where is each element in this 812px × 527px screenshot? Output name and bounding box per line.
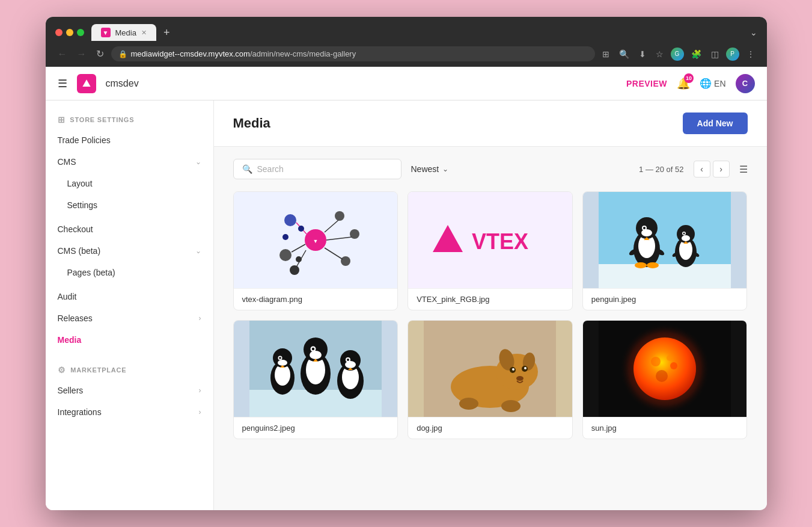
forward-button[interactable]: → (75, 46, 89, 62)
sidebar-item-checkout[interactable]: Checkout (46, 218, 213, 240)
tab-favicon-icon: ▼ (101, 28, 111, 37)
sidebar-item-trade-policies[interactable]: Trade Policies (46, 129, 213, 151)
reload-button[interactable]: ↻ (94, 46, 106, 62)
search-box[interactable]: 🔍 Search (233, 159, 401, 179)
svg-point-56 (312, 348, 314, 350)
browser-menu-icon[interactable]: ⋮ (744, 47, 757, 61)
brand-logo (77, 74, 96, 93)
address-domain: mediawidget--cmsdev.myvtex.com (131, 49, 250, 58)
media-card-sun[interactable]: sun.jpg (582, 320, 748, 439)
vtex-logo-icon (81, 78, 93, 90)
svg-point-25 (641, 229, 652, 236)
sidebar-item-media[interactable]: Media (46, 329, 213, 351)
media-thumb-penguins2 (234, 321, 398, 417)
search-placeholder: Search (257, 164, 284, 174)
address-bar[interactable]: 🔒 mediawidget--cmsdev.myvtex.com/admin/n… (111, 46, 595, 61)
active-tab[interactable]: ▼ Media ✕ (91, 24, 156, 41)
dog-svg (424, 321, 556, 417)
cms-beta-group: CMS (beta) ⌄ Pages (beta) (46, 240, 213, 283)
media-label-vtex-diagram: vtex-diagram.png (234, 288, 398, 310)
minimize-window-button[interactable] (66, 29, 73, 36)
svg-line-10 (325, 220, 338, 232)
extensions-icon[interactable]: 🧩 (689, 47, 704, 61)
svg-point-49 (279, 357, 281, 359)
svg-line-12 (292, 244, 305, 252)
sort-selector[interactable]: Newest ⌄ (411, 164, 449, 174)
user-avatar[interactable]: C (736, 74, 755, 93)
marketplace-label: MARKETPLACE (70, 366, 126, 374)
browser-tabs: ▼ Media ✕ + ⌄ (91, 24, 757, 41)
view-toggle-button[interactable]: ☰ (739, 164, 748, 175)
search-icon: 🔍 (242, 164, 252, 174)
media-card-dog[interactable]: dog.jpg (408, 320, 573, 439)
preview-button[interactable]: PREVIEW (626, 79, 667, 88)
penguin-svg (599, 192, 731, 288)
svg-point-3 (284, 214, 296, 226)
svg-point-80 (651, 357, 661, 366)
sidebar-item-cms-beta[interactable]: CMS (beta) ⌄ (46, 240, 213, 262)
cms-beta-chevron-icon: ⌄ (195, 247, 201, 255)
close-window-button[interactable] (55, 29, 63, 36)
svg-point-7 (290, 265, 299, 275)
svg-point-82 (656, 370, 668, 382)
sidebar-item-audit[interactable]: Audit (46, 286, 213, 307)
prev-page-button[interactable]: ‹ (694, 161, 710, 177)
svg-rect-21 (599, 264, 731, 288)
svg-point-6 (279, 249, 292, 261)
media-card-vtex-pink[interactable]: VTEX VTEX_pink_RGB.jpg (408, 191, 573, 310)
notification-button[interactable]: 🔔 10 (677, 77, 690, 90)
svg-point-8 (341, 256, 350, 266)
sidebar-item-integrations[interactable]: Integrations › (46, 401, 213, 423)
sidebar-item-cms[interactable]: CMS ⌄ (46, 151, 213, 173)
media-thumb-penguin (583, 192, 747, 288)
download-icon[interactable]: ⬇ (636, 47, 649, 61)
svg-point-27 (643, 227, 646, 229)
maximize-window-button[interactable] (77, 29, 84, 36)
sidebar-item-sellers[interactable]: Sellers › (46, 380, 213, 401)
add-new-button[interactable]: Add New (683, 112, 748, 134)
svg-point-79 (633, 337, 696, 400)
tab-title: Media (115, 28, 136, 37)
sidebar-item-settings[interactable]: Settings (46, 194, 213, 216)
svg-marker-18 (433, 225, 463, 252)
browser-profile-avatar[interactable]: P (726, 48, 739, 61)
language-selector[interactable]: 🌐 EN (700, 78, 725, 89)
content-header: Media Add New (214, 100, 767, 147)
notification-badge: 10 (684, 73, 694, 83)
next-page-button[interactable]: › (713, 161, 730, 177)
browser-account-avatar[interactable]: G (671, 48, 684, 61)
svg-point-72 (512, 368, 514, 371)
zoom-icon[interactable]: 🔍 (617, 47, 632, 61)
svg-point-76 (501, 400, 520, 412)
media-card-penguin[interactable]: penguin.jpeg (582, 191, 748, 310)
svg-point-17 (296, 256, 302, 262)
sort-label: Newest (411, 164, 439, 174)
sidebar-toggle-icon[interactable]: ◫ (709, 47, 721, 61)
media-card-penguins2[interactable]: penguins2.jpeg (233, 320, 398, 439)
svg-point-36 (682, 235, 690, 241)
translate-icon[interactable]: ⊞ (600, 47, 612, 61)
pagination-buttons: ‹ › (694, 161, 730, 177)
new-tab-button[interactable]: + (159, 26, 175, 39)
svg-point-16 (282, 234, 288, 240)
svg-point-38 (683, 233, 685, 235)
penguins2-svg (249, 321, 382, 417)
back-button[interactable]: ← (55, 46, 70, 62)
media-label-penguins2: penguins2.jpeg (234, 417, 398, 439)
sidebar-item-releases[interactable]: Releases › (46, 307, 213, 329)
vtex-logo-svg: VTEX (430, 216, 550, 264)
media-controls: 🔍 Search Newest ⌄ 1 — 20 of 52 ‹ › ☰ (214, 147, 767, 191)
media-thumb-dog (408, 321, 572, 417)
pagination-info: 1 — 20 of 52 (639, 165, 683, 174)
sidebar-item-pages-beta[interactable]: Pages (beta) (46, 262, 213, 283)
tab-close-button[interactable]: ✕ (141, 29, 147, 37)
lock-icon: 🔒 (118, 50, 127, 58)
browser-window: ▼ Media ✕ + ⌄ ← → ↻ 🔒 mediawidget--cmsde… (46, 17, 767, 510)
sun-svg (599, 321, 731, 417)
store-settings-label: STORE SETTINGS (70, 116, 134, 123)
svg-point-31 (635, 262, 647, 268)
media-card-vtex-diagram[interactable]: ▼ (233, 191, 398, 310)
sidebar-item-layout[interactable]: Layout (46, 173, 213, 194)
hamburger-menu-button[interactable]: ☰ (58, 77, 67, 90)
bookmark-icon[interactable]: ☆ (653, 47, 666, 61)
